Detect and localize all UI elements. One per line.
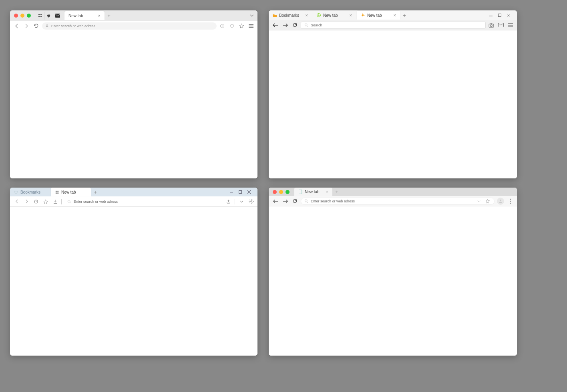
browser-tab[interactable]: New tab × [294,188,332,196]
minimize-window-button[interactable] [20,14,24,18]
browser-tab[interactable]: New tab × [64,11,105,20]
maximize-window-button[interactable] [237,189,243,195]
maximize-window-button[interactable] [27,14,31,18]
forward-button[interactable] [23,198,30,205]
browser-tab-bookmarks[interactable]: Bookmarks [10,188,50,196]
bookmark-star-icon[interactable] [485,198,491,204]
toolbar-right-controls [219,23,254,29]
close-tab-icon[interactable]: × [306,13,308,18]
tab-title: New tab [367,13,382,18]
back-button[interactable] [272,198,279,205]
maximize-window-button[interactable] [286,190,290,194]
tab-title: New tab [61,190,76,194]
browser-tab-bookmarks[interactable]: Bookmarks × [269,11,312,20]
search-icon [304,199,308,203]
svg-rect-4 [55,14,60,18]
new-tab-button[interactable]: + [105,12,113,19]
chevron-down-icon[interactable] [476,198,482,204]
forward-button[interactable] [281,22,289,29]
svg-rect-25 [491,23,493,24]
window-controls-win [225,189,255,195]
svg-rect-2 [38,16,40,17]
address-input[interactable] [311,23,482,27]
address-input[interactable] [311,199,473,203]
heart-icon[interactable] [44,12,53,20]
svg-point-7 [222,26,223,26]
kebab-menu-icon[interactable] [507,198,514,204]
page-icon [298,190,302,194]
address-bar[interactable] [301,198,495,205]
inbox-icon[interactable] [498,22,504,28]
minimize-window-button[interactable] [229,189,234,195]
browser-tab-newtab-active[interactable]: New tab × [357,11,400,20]
lock-icon [45,24,49,28]
svg-rect-18 [499,14,501,17]
address-input[interactable] [74,200,219,204]
svg-rect-31 [57,190,58,192]
forward-button[interactable] [23,22,30,30]
profile-avatar-icon[interactable] [497,198,504,205]
toolbar [10,21,257,31]
settings-gear-icon[interactable] [248,198,254,205]
chevron-down-icon[interactable] [238,198,245,205]
hamburger-menu-icon[interactable] [248,23,254,29]
heart-icon [14,190,18,194]
svg-point-41 [305,200,307,202]
new-tab-button[interactable]: + [333,188,340,196]
address-bar[interactable] [64,198,223,205]
back-button[interactable] [13,198,20,205]
forward-button[interactable] [281,198,289,205]
bookmark-star-icon[interactable] [42,198,49,205]
reload-button[interactable] [291,198,298,205]
sun-icon [361,13,365,17]
address-input[interactable] [51,24,213,28]
hamburger-menu-icon[interactable] [507,22,514,28]
address-bar[interactable] [301,22,486,29]
address-bar[interactable] [42,22,217,30]
tab-strip: New tab × + [269,188,517,196]
new-tab-button[interactable]: + [92,188,99,196]
mail-icon[interactable] [53,12,62,20]
svg-point-21 [305,24,307,26]
maximize-window-button[interactable] [497,12,503,18]
minimize-window-button[interactable] [279,190,283,194]
reload-button[interactable] [291,22,298,29]
close-tab-icon[interactable]: × [98,14,101,18]
screenshot-icon[interactable] [488,22,495,28]
bookmark-star-icon[interactable] [238,23,245,29]
browser-tab-newtab[interactable]: New tab × [313,11,356,20]
svg-point-45 [510,200,511,202]
close-tab-icon[interactable]: × [394,13,396,18]
download-icon[interactable] [52,198,59,205]
minimize-window-button[interactable] [488,12,494,18]
svg-point-46 [510,202,511,204]
shield-icon[interactable] [229,23,235,29]
divider [61,199,62,204]
close-tab-icon[interactable]: × [326,190,328,194]
browser-tab-newtab[interactable]: New tab [51,188,91,196]
svg-rect-0 [38,14,40,15]
close-window-button[interactable] [14,14,18,18]
divider [235,199,235,204]
apps-grid-icon[interactable] [36,12,44,20]
tab-overflow-chevron-icon[interactable] [249,12,255,19]
reload-button[interactable] [32,22,40,30]
svg-rect-32 [55,192,56,194]
svg-rect-5 [46,26,48,27]
svg-point-38 [68,200,70,202]
back-button[interactable] [13,22,20,30]
share-icon[interactable] [225,198,231,205]
reload-button[interactable] [32,198,40,205]
back-button[interactable] [272,22,279,29]
close-tab-icon[interactable]: × [350,13,352,18]
extension-icon[interactable] [219,23,225,29]
svg-rect-33 [57,192,58,194]
tab-title: New tab [323,13,338,18]
close-window-button[interactable] [273,190,277,194]
new-tab-button[interactable]: + [401,12,408,19]
tab-strip: Bookmarks New tab + [10,188,257,196]
tab-strip: Bookmarks × New tab × New tab × + [269,10,517,20]
toolbar-right-controls [497,198,514,205]
close-window-button[interactable] [506,12,511,18]
close-window-button[interactable] [246,189,252,195]
